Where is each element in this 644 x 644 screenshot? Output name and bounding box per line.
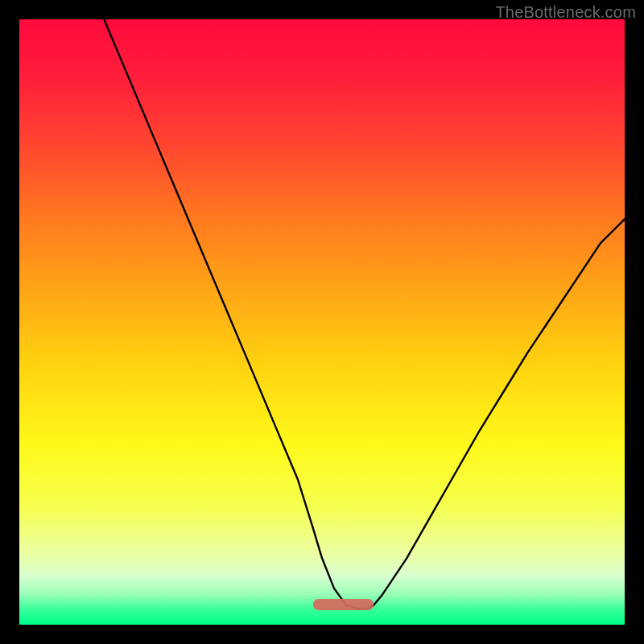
bottleneck-curve	[19, 19, 625, 625]
plot-area	[19, 19, 625, 625]
chart-frame: TheBottleneck.com	[0, 0, 644, 644]
watermark-label: TheBottleneck.com	[495, 3, 636, 22]
highlight-marker	[313, 599, 374, 610]
